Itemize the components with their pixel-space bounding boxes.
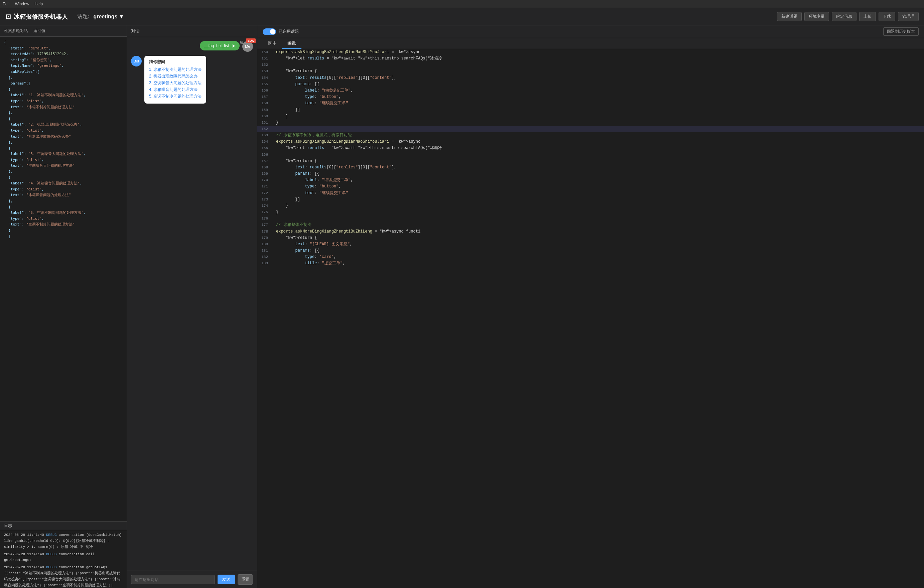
chevron-down-icon: ▼ <box>119 14 124 20</box>
line-number: 151 <box>257 56 273 62</box>
log-entry: 2024-06-28 11:41:40 DEBUG conversation [… <box>4 532 123 550</box>
guess-item[interactable]: 1. 冰箱不制冷问题的处理方法 <box>149 67 201 72</box>
upload-button[interactable]: 上传 <box>859 12 876 21</box>
robot-icon: ⊡ <box>5 13 11 21</box>
line-content: type: "button", <box>273 94 924 100</box>
line-content: type: "button", <box>273 183 924 190</box>
line-content: exports.askBingXiangBuZhiLengDianNaoShiY… <box>273 138 924 145</box>
new-topic-button[interactable]: 新建话题 <box>777 12 802 21</box>
code-line: 162 <box>257 126 924 132</box>
code-line: 179 "kw">return { <box>257 235 924 241</box>
line-number: 174 <box>257 203 273 209</box>
code-line: 178exports.askMoreBingXiangZhengtiBuZhiL… <box>257 229 924 235</box>
line-number: 161 <box>257 120 273 126</box>
app-name: 冰箱报修服务机器人 <box>14 13 68 21</box>
history-button[interactable]: 回退到历史版本 <box>883 27 919 36</box>
send-button[interactable]: 发送 <box>218 575 235 584</box>
line-number: 183 <box>257 260 273 267</box>
line-content: text: results[0]["replies"][0]["content"… <box>273 165 924 171</box>
guess-item[interactable]: 5. 空调不制冷问题的处理方法 <box>149 94 201 99</box>
guess-item[interactable]: 3. 空调噪音大问题的处理方法 <box>149 80 201 86</box>
menu-edit[interactable]: Edit <box>3 2 10 7</box>
line-number: 163 <box>257 132 273 138</box>
line-content: } <box>273 203 924 209</box>
code-line: 150exports.askBingXiangBuZhiLengDianNaoS… <box>257 49 924 56</box>
line-content: params: [{ <box>273 171 924 177</box>
line-number: 178 <box>257 229 273 235</box>
line-content: text: "继续提交工单" <box>273 100 924 107</box>
line-content: // 冰箱冷藏不制冷，电脑式，有假日功能 <box>273 132 924 138</box>
sdk-badge: SDK <box>246 38 256 43</box>
line-number: 150 <box>257 49 273 56</box>
line-number: 171 <box>257 183 273 190</box>
code-line: 161} <box>257 120 924 126</box>
chat-input[interactable] <box>131 575 215 584</box>
bot-avatar: Bot <box>131 56 142 66</box>
log-entry: 2024-06-28 11:41:40 DEBUG conversation g… <box>4 565 123 588</box>
line-number: 170 <box>257 177 273 183</box>
line-number: 157 <box>257 94 273 100</box>
code-editor: 150exports.askBingXiangBuZhiLengDianNaoS… <box>257 49 924 588</box>
code-line: 170 label: "继续提交工单", <box>257 177 924 183</box>
menu-window[interactable]: Window <box>15 2 30 7</box>
tab-function[interactable]: 函数 <box>282 38 302 49</box>
line-content: params: [{ <box>273 247 924 254</box>
nav-return[interactable]: 返回值 <box>33 28 45 34</box>
tab-script[interactable]: 脚本 <box>263 38 282 49</box>
line-content: } <box>273 209 924 216</box>
line-number: 165 <box>257 145 273 152</box>
reset-button[interactable]: 重置 <box>238 574 253 585</box>
code-line: 165 "kw">let results = "kw">await "kw">t… <box>257 145 924 152</box>
code-line: 180 text: "{CLEAR} 图文消息", <box>257 241 924 247</box>
code-line: 182 type: 'card', <box>257 254 924 260</box>
faq-text: __faq_hot_list <box>204 43 229 48</box>
code-line: 171 type: "button", <box>257 183 924 190</box>
code-line: 168 text: results[0]["replies"][0]["cont… <box>257 165 924 171</box>
guess-bubble: 猜你想问 1. 冰箱不制冷问题的处理方法2. 机器出现故障代码怎么办3. 空调噪… <box>144 56 206 104</box>
code-line: 174 } <box>257 203 924 209</box>
code-line: 177// 冰箱整体不制冷 <box>257 222 924 228</box>
code-line: 166 <box>257 152 924 158</box>
menu-help[interactable]: Help <box>35 2 43 7</box>
line-number: 152 <box>257 62 273 68</box>
code-line: 155 params: [{ <box>257 81 924 87</box>
line-content: "kw">let results = "kw">await "kw">this.… <box>273 56 924 62</box>
header: ⊡ 冰箱报修服务机器人 话题: greetings ▼ 新建话题 环境变量 绑定… <box>0 8 924 25</box>
toggle-label: 已启用话题 <box>279 29 299 35</box>
line-number: 154 <box>257 75 273 81</box>
topic-label: 话题: <box>77 13 89 20</box>
download-button[interactable]: 下载 <box>879 12 895 21</box>
line-number: 155 <box>257 81 273 87</box>
manage-button[interactable]: 管理理 <box>898 12 919 21</box>
nav-search[interactable]: 检索多轮对话 <box>4 28 28 34</box>
line-number: 172 <box>257 190 273 196</box>
code-line: 176 <box>257 216 924 222</box>
guess-item[interactable]: 2. 机器出现故障代码怎么办 <box>149 74 201 79</box>
bind-info-button[interactable]: 绑定信息 <box>832 12 856 21</box>
code-tabs: 脚本 函数 <box>257 38 924 49</box>
line-content: "kw">return { <box>273 158 924 165</box>
code-line: 156 label: "继续提交工单", <box>257 87 924 94</box>
line-content: text: "继续提交工单" <box>273 190 924 196</box>
left-panel-header: 检索多轮对话 返回值 <box>0 25 127 37</box>
guess-items: 1. 冰箱不制冷问题的处理方法2. 机器出现故障代码怎么办3. 空调噪音大问题的… <box>149 67 201 99</box>
topic-name: greetings <box>93 14 117 20</box>
topic-toggle[interactable] <box>263 28 276 35</box>
topic-value[interactable]: greetings ▼ <box>93 14 124 20</box>
code-line: 163// 冰箱冷藏不制冷，电脑式，有假日功能 <box>257 132 924 138</box>
line-content: text: "{CLEAR} 图文消息", <box>273 241 924 247</box>
line-content: params: [{ <box>273 81 924 87</box>
line-number: 177 <box>257 222 273 228</box>
code-line: 157 type: "button", <box>257 94 924 100</box>
env-vars-button[interactable]: 环境变量 <box>804 12 829 21</box>
code-line: 151 "kw">let results = "kw">await "kw">t… <box>257 56 924 62</box>
code-line: 169 params: [{ <box>257 171 924 177</box>
faq-bubble: __faq_hot_list ➤ <box>200 41 239 51</box>
line-number: 182 <box>257 254 273 260</box>
line-number: 168 <box>257 165 273 171</box>
guess-item[interactable]: 4. 冰箱噪音问题的处理方法 <box>149 87 201 92</box>
code-line: 164exports.askBingXiangBuZhiLengDianNaoS… <box>257 138 924 145</box>
faq-message: Me __faq_hot_list ➤ <box>131 41 253 52</box>
log-entry: 2024-06-28 11:41:40 DEBUG conversation c… <box>4 552 123 563</box>
code-line: 183 title: "提交工单", <box>257 260 924 267</box>
